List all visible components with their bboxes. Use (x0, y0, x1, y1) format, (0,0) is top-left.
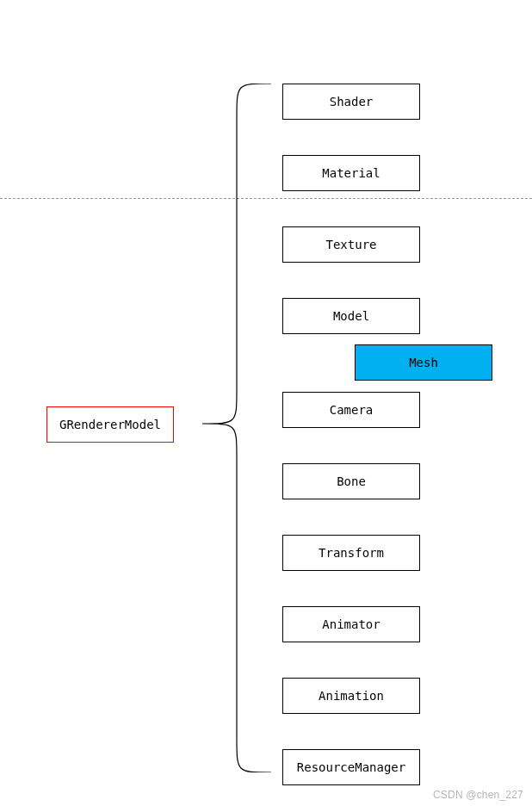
child-transform-label: Transform (319, 546, 384, 560)
child-shader-label: Shader (330, 95, 374, 108)
divider-line (0, 198, 532, 199)
child-texture: Texture (282, 226, 420, 263)
child-mesh-label: Mesh (409, 356, 438, 369)
child-camera-label: Camera (330, 403, 374, 417)
brace-bracket (185, 84, 280, 772)
child-bone-label: Bone (337, 474, 366, 488)
child-material-label: Material (322, 166, 380, 180)
root-label: GRendererModel (59, 418, 161, 431)
child-model: Model (282, 298, 420, 334)
child-resourcemanager-label: ResourceManager (297, 760, 405, 774)
child-material: Material (282, 155, 420, 191)
child-resourcemanager: ResourceManager (282, 749, 420, 785)
child-shader: Shader (282, 84, 420, 120)
child-texture-label: Texture (325, 238, 376, 251)
child-animation: Animation (282, 678, 420, 714)
child-animator: Animator (282, 606, 420, 642)
child-bone: Bone (282, 463, 420, 499)
child-animation-label: Animation (319, 689, 384, 703)
child-mesh: Mesh (355, 344, 492, 381)
root-grenderermodel: GRendererModel (46, 406, 174, 443)
child-model-label: Model (333, 309, 369, 323)
child-transform: Transform (282, 535, 420, 571)
child-camera: Camera (282, 392, 420, 428)
watermark-text: CSDN @chen_227 (433, 789, 523, 801)
child-animator-label: Animator (322, 617, 380, 631)
watermark: CSDN @chen_227 (433, 789, 523, 801)
